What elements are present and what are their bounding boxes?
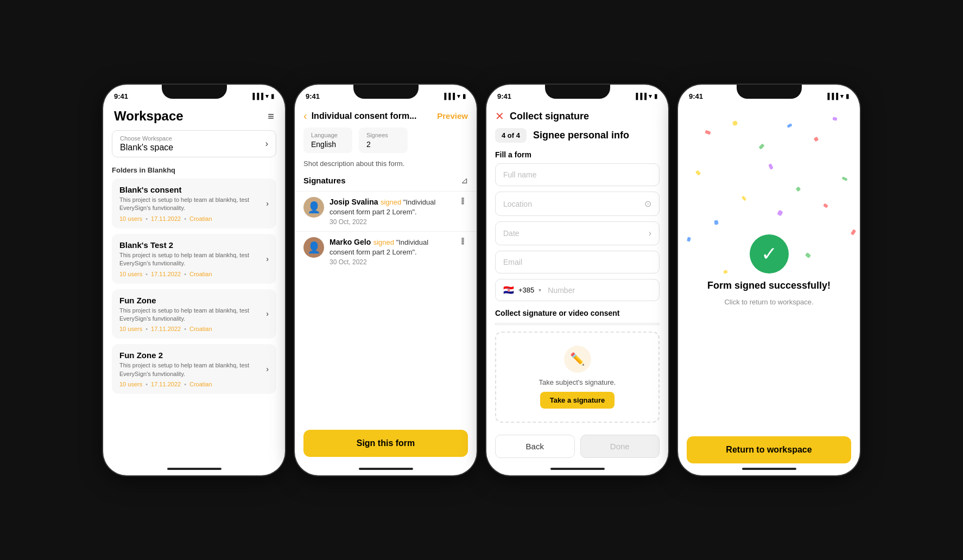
sig-text-0: Josip Svalina signed "Individual consent… — [330, 197, 451, 217]
sig-text-1: Marko Gelo signed "Individual consent fo… — [330, 237, 451, 257]
folder-meta-2: 10 users • 17.11.2022 • Croatian — [119, 326, 262, 332]
notch-3 — [545, 85, 610, 99]
folder-desc-2: This project is setup to help team at bl… — [119, 307, 262, 323]
return-to-workspace-button[interactable]: Return to workspace — [687, 436, 851, 463]
folder-item-1[interactable]: Blank's Test 2 This project is setup to … — [112, 234, 276, 284]
folder-item-0[interactable]: Blank's consent This project is setup to… — [112, 179, 276, 228]
confetti-piece — [777, 209, 783, 216]
tab-signature[interactable]: Signature — [496, 323, 578, 325]
signees-box: Signees 2 — [359, 128, 408, 153]
folder-desc-0: This project is setup to help team at bl… — [119, 196, 262, 213]
success-check-circle: ✓ — [750, 234, 789, 273]
home-bar-3 — [486, 463, 668, 475]
signees-label: Signees — [366, 132, 400, 138]
sig-type-tabs: Signature Video consent — [495, 323, 660, 325]
meta-dot-3a: • — [145, 381, 148, 387]
confetti-piece — [814, 137, 819, 142]
confetti-piece — [832, 117, 837, 121]
take-signature-button[interactable]: Take a signature — [540, 392, 615, 409]
battery-icon: ▮ — [271, 93, 274, 100]
home-bar-2 — [295, 463, 477, 475]
folder-users-2: 10 users — [119, 326, 142, 332]
preview-button[interactable]: Preview — [437, 111, 468, 120]
fill-form-label: Fill a form — [486, 150, 668, 163]
location-icon: ⊙ — [644, 199, 651, 209]
folder-desc-1: This project is setup to help team at bl… — [119, 251, 262, 268]
battery-icon-2: ▮ — [463, 93, 466, 100]
collect-sig-header: ✕ Collect signature — [486, 104, 668, 128]
notch-2 — [353, 85, 419, 99]
meta-dot-0b: • — [184, 215, 186, 222]
workspace-label: Choose Workspace — [120, 135, 173, 142]
folder-users-3: 10 users — [119, 381, 142, 387]
workspace-selector[interactable]: Choose Workspace Blank's space › — [112, 130, 276, 157]
back-button-3[interactable]: Back — [495, 435, 575, 458]
language-value: English — [311, 140, 345, 149]
workspace-title: Workspace — [114, 109, 183, 124]
fullname-input[interactable]: Full name — [495, 163, 660, 186]
folder-item-3[interactable]: Fun Zone 2 This project is setup to help… — [112, 344, 276, 394]
folder-chevron-0: › — [266, 199, 269, 208]
folder-users-1: 10 users — [119, 271, 142, 277]
more-icon-1[interactable]: ••• — [457, 237, 468, 244]
folder-lang-0: Croatian — [189, 215, 212, 222]
filter-icon[interactable]: ⊿ — [461, 175, 468, 186]
sig-action-1: signed — [373, 238, 396, 246]
tab-video-consent[interactable]: Video consent — [578, 323, 660, 325]
consent-form-title: Individual consent form... — [312, 111, 438, 121]
signal-icon-4: ▐▐▐ — [826, 93, 838, 99]
signee-personal-title: Signee personal info — [533, 130, 629, 141]
more-icon-0[interactable]: ••• — [457, 197, 468, 204]
close-button-3[interactable]: ✕ — [495, 110, 504, 123]
status-icons-4: ▐▐▐ ▾ ▮ — [826, 93, 849, 100]
back-button-2[interactable]: ‹ — [303, 110, 307, 122]
fullname-placeholder: Full name — [503, 170, 536, 179]
time-1: 9:41 — [114, 92, 128, 100]
signees-value: 2 — [366, 140, 400, 149]
workspace-selector-content: Choose Workspace Blank's space — [120, 135, 173, 152]
sig-prompt-text: Take subject's signature. — [539, 378, 616, 386]
folder-meta-3: 10 users • 17.11.2022 • Croatian — [119, 381, 262, 387]
confetti-piece — [705, 130, 711, 135]
confetti-piece — [768, 163, 774, 170]
spacer-2 — [295, 271, 477, 423]
country-code: +385 — [518, 286, 534, 294]
menu-icon[interactable]: ≡ — [268, 110, 274, 123]
consent-form-header: ‹ Individual consent form... Preview — [295, 104, 477, 128]
folder-date-2: 17.11.2022 — [151, 326, 181, 332]
email-input[interactable]: Email — [495, 251, 660, 273]
folder-lang-1: Croatian — [189, 271, 212, 277]
phone-screen-4: 9:41 ▐▐▐ ▾ ▮ ✓ Form signed successfully!… — [678, 85, 860, 475]
folder-chevron-2: › — [266, 309, 269, 318]
confetti-piece — [687, 237, 691, 241]
folder-body-2: Fun Zone This project is setup to help t… — [119, 296, 262, 333]
phone-input[interactable]: 🇭🇷 +385 ▾ Number — [495, 279, 660, 301]
confetti-piece — [841, 176, 847, 181]
phone-screen-1: 9:41 ▐▐▐ ▾ ▮ Workspace ≡ Choose Workspac… — [103, 85, 285, 475]
badge-row: 4 of 4 Signee personal info — [486, 128, 668, 150]
signatures-header: Signatures ⊿ — [295, 175, 477, 191]
folder-item-2[interactable]: Fun Zone This project is setup to help t… — [112, 289, 276, 339]
language-box: Language English — [303, 128, 352, 153]
folder-date-3: 17.11.2022 — [151, 381, 181, 387]
location-input[interactable]: Location ⊙ — [495, 192, 660, 216]
signal-icon-3: ▐▐▐ — [634, 93, 647, 99]
country-chevron-icon[interactable]: ▾ — [538, 287, 541, 293]
meta-dot-1b: • — [184, 271, 186, 277]
collect-label: Collect signature or video consent — [486, 309, 668, 323]
meta-dot-1a: • — [145, 271, 148, 277]
done-button-3[interactable]: Done — [580, 435, 660, 458]
sig-name-0: Josip Svalina — [330, 198, 378, 206]
success-area[interactable]: ✓ Form signed successfully! Click to ret… — [678, 104, 860, 436]
folder-lang-3: Croatian — [189, 381, 212, 387]
notch-1 — [162, 85, 227, 99]
email-placeholder: Email — [503, 258, 522, 266]
date-input[interactable]: Date › — [495, 221, 660, 245]
folder-date-1: 17.11.2022 — [151, 271, 181, 277]
time-4: 9:41 — [689, 92, 703, 100]
wifi-icon-3: ▾ — [649, 93, 652, 100]
wifi-icon-2: ▾ — [457, 93, 460, 100]
sign-form-button[interactable]: Sign this form — [303, 430, 468, 457]
pen-icon-circle: ✏️ — [564, 346, 591, 373]
location-placeholder: Location — [503, 200, 532, 208]
